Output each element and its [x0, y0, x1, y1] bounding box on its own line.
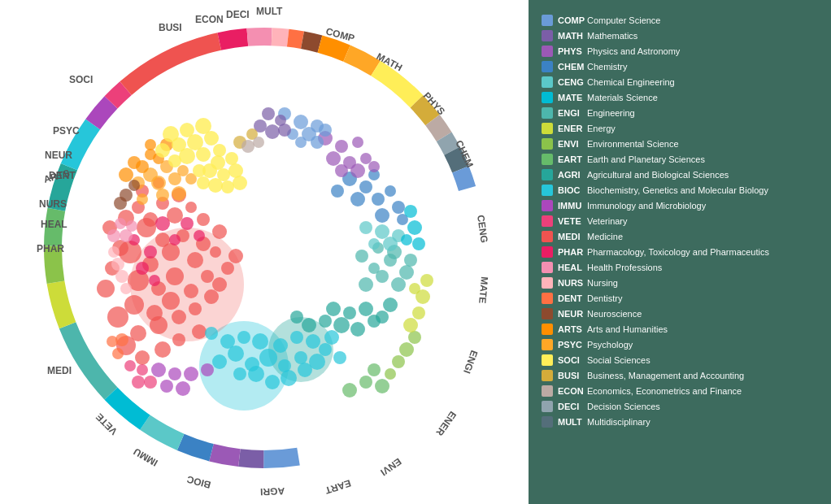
legend-code: HEAL — [558, 263, 587, 272]
en_e1 — [403, 318, 418, 332]
ag1 — [302, 318, 316, 332]
so7 — [179, 148, 195, 164]
p1 — [144, 245, 157, 259]
bc3 — [259, 349, 277, 367]
legend-color-box — [542, 401, 553, 412]
ec2 — [253, 137, 264, 148]
legend-color-box — [542, 200, 553, 211]
legend-color-box — [542, 15, 553, 26]
legend-item: EARTEarth and Planetary Sciences — [542, 154, 818, 165]
legend-color-box — [542, 308, 553, 319]
mt1 — [262, 107, 275, 120]
mt4 — [265, 124, 280, 139]
so13 — [225, 152, 238, 165]
bc7 — [265, 375, 280, 389]
bc8 — [233, 367, 246, 380]
legend-label: Multidisciplinary — [587, 417, 650, 427]
im3 — [184, 367, 198, 381]
ec1 — [241, 140, 255, 153]
ma3 — [412, 237, 425, 250]
label-medi: MEDI — [47, 365, 72, 376]
ps8 — [172, 186, 186, 201]
he4 — [126, 220, 137, 232]
legend-color-box — [542, 277, 553, 289]
legend-label: Engineering — [587, 108, 635, 118]
legend-code: ENER — [558, 124, 587, 133]
bc5 — [212, 354, 227, 369]
legend-color-box — [542, 61, 553, 72]
label-nurs: NURS — [39, 198, 67, 210]
ve3 — [132, 376, 145, 389]
ag8 — [343, 306, 356, 319]
legend-item: PHARPharmacology, Toxicology and Pharmac… — [542, 246, 818, 258]
legend-item: SOCISocial Sciences — [542, 354, 818, 366]
ar4 — [136, 160, 149, 173]
ev2 — [392, 355, 405, 368]
ch2 — [359, 180, 372, 193]
ea2 — [359, 376, 372, 389]
legend-code: PHAR — [558, 247, 587, 257]
legend-label: Nursing — [587, 278, 618, 288]
legend-label: Materials Science — [587, 93, 658, 102]
so11 — [168, 154, 181, 167]
legend-label: Chemistry — [587, 62, 628, 72]
legend-code: COMP — [558, 15, 587, 25]
legend-label: Computer Science — [587, 15, 661, 25]
legend-color-box — [542, 185, 553, 196]
ve1 — [144, 376, 157, 389]
legend-color-box — [542, 92, 553, 103]
ag4 — [350, 322, 365, 337]
so9 — [213, 144, 226, 157]
legend-color-box — [542, 354, 553, 366]
b36 — [212, 224, 227, 239]
p8 — [149, 275, 160, 286]
b31 — [212, 277, 227, 292]
en_e4 — [420, 274, 433, 287]
legend-item: PHYSPhysics and Astronomy — [542, 46, 818, 57]
bc9 — [281, 370, 297, 386]
legend-item: MATHMathematics — [542, 30, 818, 41]
co6 — [319, 124, 332, 137]
de3 — [107, 336, 118, 347]
b37 — [185, 202, 197, 213]
ag10 — [376, 311, 389, 324]
ea4 — [368, 363, 381, 376]
ag9 — [359, 302, 373, 316]
ag6 — [290, 311, 303, 324]
mt5 — [278, 124, 291, 137]
legend-code: ENGI — [558, 108, 587, 118]
ch7 — [331, 185, 344, 198]
legend-code: MATE — [558, 93, 587, 102]
p3 — [155, 216, 170, 231]
legend-label: Social Sciences — [587, 355, 650, 365]
p5 — [181, 217, 194, 230]
p6 — [194, 230, 205, 241]
legend-area: COMPComputer ScienceMATHMathematicsPHYSP… — [529, 0, 831, 504]
he1 — [107, 229, 120, 242]
legend-color-box — [542, 46, 553, 57]
chart-area: COMP MATH PHYS CHEM CENG MATE ENGI ENER … — [0, 0, 529, 504]
legend-item: ENVIEnvironmental Science — [542, 138, 818, 150]
b19 — [150, 316, 168, 334]
b28 — [97, 280, 115, 298]
legend-color-box — [542, 416, 553, 428]
legend-code: SOCI — [558, 355, 587, 365]
legend-label: Pharmacology, Toxicology and Pharmaceuti… — [587, 247, 769, 257]
legend-label: Physics and Astronomy — [587, 46, 680, 56]
label-soci: SOCI — [69, 74, 93, 85]
b21 — [189, 302, 202, 315]
ps10 — [137, 193, 148, 205]
legend-code: DENT — [558, 293, 587, 303]
legend-code: NURS — [558, 278, 587, 288]
en1 — [359, 277, 373, 292]
nu4 — [120, 283, 132, 294]
ch4 — [350, 192, 365, 206]
en3 — [391, 277, 406, 292]
legend-label: Earth and Planetary Sciences — [587, 154, 705, 164]
b17 — [107, 306, 128, 328]
legend-item: ARTSArts and Humanities — [542, 324, 818, 335]
legend-label: Decision Sciences — [587, 402, 660, 411]
legend-code: BUSI — [558, 371, 587, 380]
legend-color-box — [542, 138, 553, 150]
im1 — [151, 363, 166, 377]
